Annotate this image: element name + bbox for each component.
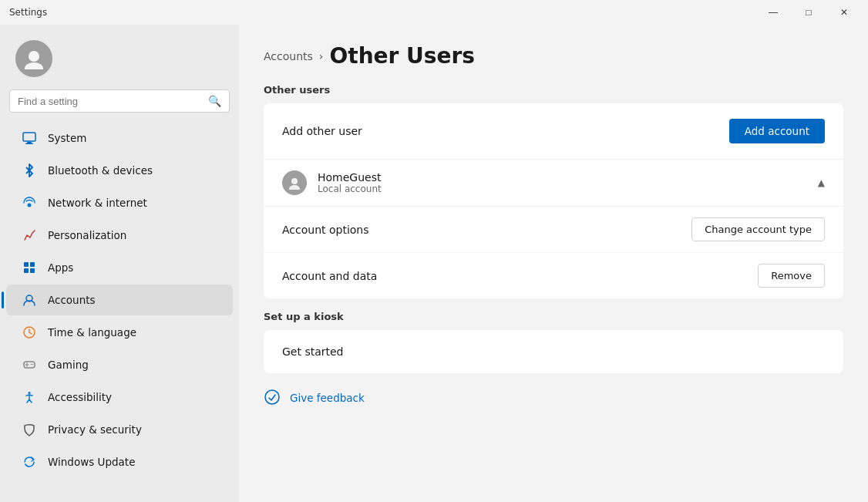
window-controls: — □ ✕ [755, 0, 862, 25]
personalization-icon [22, 227, 37, 243]
bluetooth-icon [22, 163, 37, 178]
sidebar-label-bluetooth: Bluetooth & devices [48, 164, 153, 177]
breadcrumb-parent[interactable]: Accounts [264, 50, 313, 62]
remove-button[interactable]: Remove [758, 264, 825, 288]
account-data-label: Account and data [282, 270, 377, 282]
close-button[interactable]: ✕ [826, 0, 862, 25]
svg-rect-2 [23, 133, 35, 141]
update-icon [22, 454, 37, 470]
svg-rect-8 [24, 268, 29, 273]
sidebar: 🔍 System Bluetooth & devices Network & i… [0, 25, 239, 502]
svg-point-13 [31, 364, 32, 366]
breadcrumb-separator: › [319, 50, 324, 62]
sidebar-item-time[interactable]: Time & language [6, 317, 233, 348]
other-users-section-title: Other users [264, 84, 843, 96]
sidebar-label-accounts: Accounts [48, 294, 96, 306]
svg-point-15 [29, 392, 31, 394]
sidebar-label-gaming: Gaming [48, 359, 89, 371]
get-started-label: Get started [282, 345, 344, 358]
sidebar-item-apps[interactable]: Apps [6, 252, 233, 283]
maximize-button[interactable]: □ [791, 0, 826, 25]
sidebar-item-system[interactable]: System [6, 123, 233, 153]
kiosk-section: Set up a kiosk Get started [264, 311, 843, 373]
svg-point-18 [265, 390, 279, 404]
user-options: Account options Change account type Acco… [264, 206, 843, 298]
kiosk-card: Get started [264, 330, 843, 373]
search-box[interactable]: 🔍 [9, 89, 230, 113]
sidebar-label-apps: Apps [48, 261, 73, 274]
sidebar-label-time: Time & language [48, 326, 136, 339]
svg-point-14 [32, 364, 34, 366]
network-icon [22, 195, 37, 211]
sidebar-item-update[interactable]: Windows Update [6, 446, 233, 477]
search-icon: 🔍 [208, 95, 221, 107]
other-users-card: Add other user Add account HomeGu [264, 103, 843, 298]
add-other-user-row: Add other user Add account [264, 103, 843, 159]
gaming-icon [22, 357, 37, 372]
time-icon [22, 325, 37, 340]
titlebar: Settings — □ ✕ [0, 0, 868, 25]
account-options-row: Account options Change account type [264, 207, 843, 253]
svg-point-1 [25, 62, 43, 69]
svg-point-17 [289, 185, 300, 190]
home-guest-row: HomeGuest Local account ▲ Account option… [264, 159, 843, 298]
user-type: Local account [318, 184, 382, 194]
system-icon [22, 130, 37, 146]
sidebar-label-accessibility: Accessibility [48, 391, 112, 403]
sidebar-item-personalization[interactable]: Personalization [6, 220, 233, 251]
accounts-icon [22, 292, 37, 308]
give-feedback-link[interactable]: Give feedback [290, 392, 365, 404]
svg-point-5 [28, 204, 32, 207]
sidebar-item-accounts[interactable]: Accounts [6, 285, 233, 315]
feedback-icon [264, 389, 282, 407]
sidebar-profile [0, 25, 239, 89]
svg-rect-6 [24, 262, 29, 267]
search-input[interactable] [18, 96, 202, 107]
apps-icon [22, 260, 37, 275]
user-avatar [282, 170, 307, 195]
change-account-type-button[interactable]: Change account type [691, 217, 825, 241]
user-name: HomeGuest [318, 171, 382, 184]
kiosk-section-title: Set up a kiosk [264, 311, 843, 322]
breadcrumb-current: Other Users [329, 43, 475, 69]
account-options-label: Account options [282, 224, 369, 236]
svg-rect-4 [25, 143, 33, 145]
sidebar-label-update: Windows Update [48, 456, 135, 468]
sidebar-label-privacy: Privacy & security [48, 423, 142, 436]
user-info: HomeGuest Local account [282, 170, 382, 195]
minimize-button[interactable]: — [755, 0, 791, 25]
svg-rect-7 [30, 262, 35, 267]
add-other-user-label: Add other user [282, 125, 362, 137]
accessibility-icon [22, 389, 37, 405]
sidebar-item-bluetooth[interactable]: Bluetooth & devices [6, 155, 233, 186]
main-content: Accounts › Other Users Other users Add o… [239, 25, 868, 502]
account-data-row: Account and data Remove [264, 253, 843, 298]
sidebar-label-personalization: Personalization [48, 229, 126, 241]
sidebar-label-network: Network & internet [48, 197, 147, 209]
svg-point-0 [29, 51, 39, 62]
sidebar-label-system: System [48, 132, 86, 144]
breadcrumb: Accounts › Other Users [264, 43, 843, 69]
feedback-row: Give feedback [264, 386, 843, 410]
svg-point-16 [291, 178, 298, 184]
svg-rect-9 [30, 268, 35, 273]
app-title: Settings [9, 7, 47, 18]
add-account-button[interactable]: Add account [729, 119, 825, 143]
avatar [15, 40, 52, 77]
sidebar-item-gaming[interactable]: Gaming [6, 349, 233, 380]
sidebar-item-accessibility[interactable]: Accessibility [6, 382, 233, 413]
user-header[interactable]: HomeGuest Local account ▲ [264, 160, 843, 206]
sidebar-item-privacy[interactable]: Privacy & security [6, 414, 233, 445]
chevron-up-icon: ▲ [818, 177, 825, 188]
sidebar-item-network[interactable]: Network & internet [6, 187, 233, 218]
privacy-icon [22, 422, 37, 437]
get-started-row[interactable]: Get started [264, 330, 843, 373]
user-details: HomeGuest Local account [318, 171, 382, 194]
